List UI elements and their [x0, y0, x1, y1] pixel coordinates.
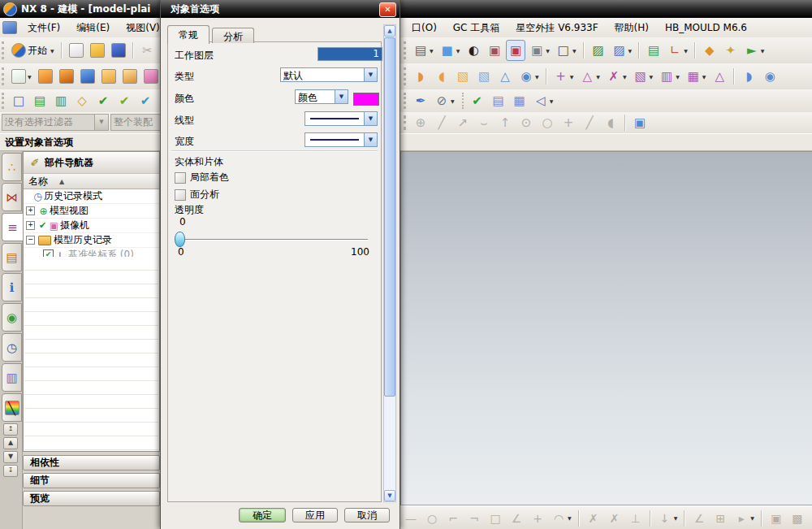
transparency-slider-thumb[interactable]: [175, 232, 185, 247]
checkbox-icon[interactable]: [175, 172, 186, 184]
tab-general[interactable]: 常规: [167, 25, 209, 44]
history-tab[interactable]: ◷: [2, 333, 22, 362]
assembly-scope-field[interactable]: 整个装配: [110, 114, 166, 131]
show-constraints-tool[interactable]: ▣▼: [767, 508, 786, 529]
expand-icon[interactable]: +: [26, 206, 35, 215]
suppress-dimension-button[interactable]: ⊘▼: [432, 90, 457, 111]
snap-existing-button[interactable]: ╱▼: [580, 112, 599, 133]
hole-button[interactable]: ▼: [78, 66, 97, 87]
menu-help[interactable]: 帮助(H): [608, 19, 655, 37]
partial-shading-checkbox[interactable]: 局部着色: [175, 171, 229, 184]
emboss-button[interactable]: ◉▼: [760, 66, 780, 87]
snap-point-button[interactable]: ⊕▼: [411, 112, 430, 133]
apply-button[interactable]: 应用: [292, 508, 338, 522]
profile-tool[interactable]: —▼: [401, 508, 421, 529]
edit-section-button[interactable]: △▼: [710, 66, 729, 87]
color-swatch[interactable]: [353, 93, 379, 106]
line-width-dropdown[interactable]: ▼: [304, 132, 378, 147]
point-tool[interactable]: +▼: [528, 508, 547, 529]
tree-item-model-views[interactable]: + ⊕ 模型视图: [24, 204, 159, 219]
snap-pole-button[interactable]: ↑▼: [495, 112, 515, 133]
new-file-button[interactable]: ▼: [67, 40, 86, 61]
orient-view-button[interactable]: ▨▼: [589, 40, 608, 61]
roles-tab[interactable]: ╲: [2, 393, 22, 422]
resize-face-button[interactable]: ▥▼: [657, 66, 682, 87]
check-mate-button[interactable]: ✔▼: [114, 90, 134, 111]
quick-trim-tool[interactable]: ↓▼: [655, 508, 680, 529]
spreadsheet-button[interactable]: ▦▼: [510, 90, 529, 111]
details-section-bar[interactable]: 细节: [23, 473, 160, 488]
window-titlebar[interactable]: NX 8 - 建模 - [model-plai: [0, 0, 812, 18]
sphere-button[interactable]: ◉▼: [516, 66, 542, 87]
thicken-button[interactable]: △▼: [495, 66, 515, 87]
start-application-button[interactable]: ►▼: [742, 40, 767, 61]
rectangle-tool[interactable]: □▼: [486, 508, 505, 529]
role-key-button[interactable]: ✦▼: [721, 40, 741, 61]
layer-category-button[interactable]: ▤▼: [644, 40, 663, 61]
part-navigator-tab[interactable]: ≡: [2, 213, 24, 241]
menu-window[interactable]: 口(O): [405, 19, 443, 37]
scroll-up-button[interactable]: ▲: [3, 437, 18, 449]
display-mode-button[interactable]: ▤▼: [411, 40, 436, 61]
dimension-tool[interactable]: ⊞▼: [710, 508, 730, 529]
menu-hb-mould[interactable]: HB_MOULD M6.6: [659, 20, 754, 36]
snap-intersection-button[interactable]: +▼: [559, 112, 578, 133]
linetype-dropdown[interactable]: ▼: [304, 111, 378, 126]
blend-button[interactable]: ▼: [99, 66, 119, 87]
shaded-cube-button[interactable]: ▣▼: [506, 40, 525, 61]
fillet-tool[interactable]: ¬▼: [464, 508, 484, 529]
menu-starsky-addon[interactable]: 星空外挂 V6.933F: [509, 19, 604, 37]
trim-recipe-tool[interactable]: ✗▼: [584, 508, 603, 529]
requirement-check-button[interactable]: ✔▼: [468, 90, 487, 111]
chamfer-button[interactable]: ▼: [120, 66, 140, 87]
type-dropdown[interactable]: 默认 ▼: [280, 67, 378, 82]
animate-dimension-tool[interactable]: ▩▼: [788, 508, 807, 529]
wireframe-cube-button[interactable]: ▣▼: [485, 40, 504, 61]
tab-analysis[interactable]: 分析: [212, 28, 254, 43]
dependencies-section-bar[interactable]: 相依性: [23, 455, 160, 470]
dialog-scrollbar[interactable]: ▲ ▼: [383, 24, 396, 502]
constraint-tool[interactable]: ∠▼: [689, 508, 709, 529]
snap-endpoint-button[interactable]: ╱▼: [432, 112, 451, 133]
snap-quadrant-button[interactable]: ○▼: [538, 112, 557, 133]
bounded-plane-button[interactable]: ▧▼: [474, 66, 494, 87]
snap-face-button[interactable]: ◖▼: [601, 112, 620, 133]
unfold-view-button[interactable]: ◁▼: [531, 90, 556, 111]
scroll-down-icon[interactable]: ▼: [384, 490, 395, 501]
pattern-face-button[interactable]: ▦▼: [684, 66, 709, 87]
graphics-canvas[interactable]: [400, 151, 812, 529]
assembly-navigator-tab[interactable]: ∴: [2, 153, 22, 181]
snap-arc-button[interactable]: ⌣▼: [474, 112, 494, 133]
sketch-button[interactable]: ▼: [9, 66, 34, 87]
render-style-button[interactable]: ◐▼: [464, 40, 483, 61]
start-menu-button[interactable]: 开始▼: [9, 40, 57, 61]
close-icon[interactable]: ✕: [379, 2, 396, 17]
snap-center-button[interactable]: ⊙▼: [516, 112, 536, 133]
html-report-tab[interactable]: ◉: [2, 303, 22, 332]
revolve-button[interactable]: ▼: [57, 66, 76, 87]
layer-settings-button[interactable]: ▤▼: [30, 90, 50, 111]
snap-midpoint-button[interactable]: ↗▼: [453, 112, 473, 133]
name-column-header[interactable]: 名称 ▲: [24, 174, 159, 189]
scroll-bottom-button[interactable]: ↧: [3, 465, 18, 477]
spline-tool[interactable]: ◠▼: [549, 508, 574, 529]
expand-icon[interactable]: +: [26, 221, 35, 230]
scroll-top-button[interactable]: ↥: [3, 423, 18, 436]
snapshot-button[interactable]: ◆▼: [700, 40, 719, 61]
orient-view-plane-button[interactable]: ▨▼: [610, 40, 635, 61]
tree-item-history-mode[interactable]: ◷ 历史记录模式: [24, 189, 159, 204]
section-cube-button[interactable]: ▣▼: [527, 40, 552, 61]
scroll-down-button[interactable]: ▼: [3, 451, 18, 463]
solid-body-button[interactable]: ▣▼: [630, 112, 650, 133]
cancel-button[interactable]: 取消: [344, 508, 390, 522]
checkbox-icon[interactable]: [175, 189, 186, 201]
trim-body-button[interactable]: ▼: [141, 66, 161, 87]
swept-button[interactable]: ◗▼: [411, 66, 430, 87]
tree-item-cameras[interactable]: + ✔ ▣ 摄像机: [24, 219, 159, 233]
wcs-orient-button[interactable]: ∟▼: [665, 40, 690, 61]
offset-face-button[interactable]: △▼: [577, 66, 603, 87]
arc-tool[interactable]: ⌐▼: [443, 508, 463, 529]
color-dropdown[interactable]: 颜色 ▼: [295, 89, 348, 104]
extend-curve-tool[interactable]: ⊥▼: [626, 508, 646, 529]
select-region-button[interactable]: □▼: [9, 90, 28, 111]
